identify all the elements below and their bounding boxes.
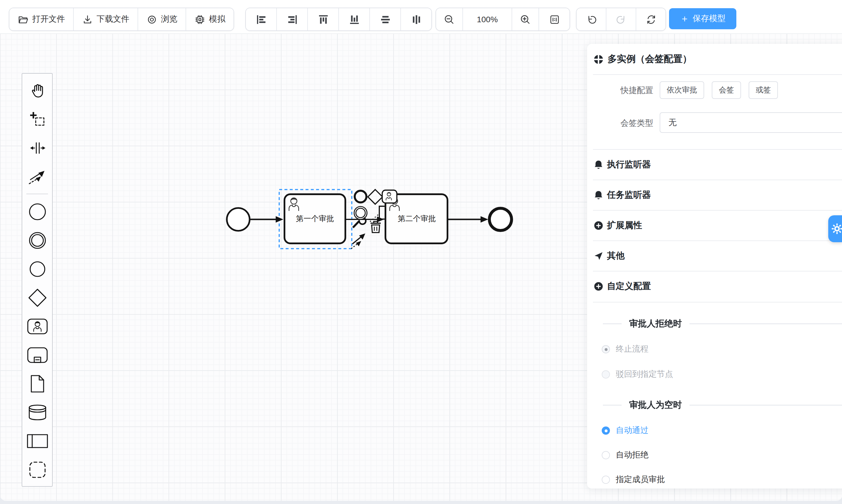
palette (22, 73, 53, 487)
align-center-vertical-button[interactable] (401, 8, 432, 31)
reset-button[interactable] (636, 8, 666, 31)
radio-assign-member[interactable]: 指定成员审批 (602, 474, 665, 486)
save-model-button[interactable]: ＋ 保存模型 (669, 8, 736, 29)
radio-selected-icon (602, 427, 610, 435)
plus-circle-icon (594, 281, 603, 291)
download-icon (82, 14, 93, 25)
fit-viewport-icon (549, 14, 560, 25)
space-tool-icon (29, 139, 46, 157)
start-event-icon (27, 201, 47, 221)
append-intermediate-event-icon[interactable] (354, 206, 367, 219)
zoom-out-icon (444, 14, 455, 25)
radio-unselected-icon (602, 475, 610, 484)
empty-section-title: 审批人为空时 (629, 399, 682, 410)
radio-auto-reject[interactable]: 自动拒绝 (602, 449, 649, 461)
quick-config-options: 依次审批 会签 或签 (660, 81, 786, 99)
settings-tab[interactable] (828, 215, 842, 242)
toolbar: 打开文件 下载文件 浏览 模 (0, 0, 842, 34)
radio-terminate-process[interactable]: 终止流程 (602, 343, 649, 355)
align-left-button[interactable] (246, 8, 277, 31)
open-file-button[interactable]: 打开文件 (10, 8, 74, 31)
connect-tool-icon[interactable] (351, 233, 365, 249)
section-custom-config[interactable]: 自定义配置 (594, 271, 842, 301)
align-toolbar-group (245, 7, 432, 31)
redo-button[interactable] (607, 8, 636, 31)
align-right-button[interactable] (277, 8, 308, 31)
lasso-tool[interactable] (24, 106, 51, 132)
group-icon (28, 460, 47, 479)
user-task-shape-1[interactable]: 第一个审批 (284, 194, 345, 244)
simulate-button[interactable]: 模拟 (186, 8, 233, 31)
undo-button[interactable] (577, 8, 607, 31)
create-gateway[interactable] (24, 284, 51, 311)
create-group[interactable] (24, 456, 51, 483)
undo-icon (585, 14, 597, 25)
hand-tool[interactable] (24, 77, 51, 104)
gateway-icon (27, 287, 48, 308)
hand-tool-icon (29, 82, 46, 99)
create-end-event[interactable] (24, 255, 51, 282)
create-start-event[interactable] (24, 198, 51, 225)
section-execution-listener[interactable]: 执行监听器 (594, 149, 842, 180)
create-subprocess[interactable] (24, 341, 51, 368)
simulate-label: 模拟 (209, 14, 225, 24)
align-center-horizontal-icon (380, 14, 390, 24)
create-data-store[interactable] (24, 399, 51, 426)
task-label: 第一个审批 (296, 214, 334, 223)
subprocess-icon (27, 347, 48, 363)
trash-icon[interactable] (370, 221, 381, 233)
global-connect-tool[interactable] (24, 163, 51, 190)
fit-viewport-button[interactable] (539, 8, 569, 31)
data-object-icon (30, 374, 45, 393)
radio-auto-pass[interactable]: 自动通过 (602, 425, 649, 436)
quick-config-orsign-button[interactable]: 或签 (749, 81, 778, 99)
quick-config-countersign-button[interactable]: 会签 (712, 81, 741, 99)
plus-icon: ＋ (680, 14, 689, 23)
reset-icon (645, 14, 656, 25)
end-event-shape[interactable] (489, 208, 512, 231)
section-task-listener[interactable]: 任务监听器 (594, 180, 842, 210)
quick-config-sequential-button[interactable]: 依次审批 (660, 81, 704, 99)
sign-type-select[interactable]: 无 (660, 112, 842, 133)
preview-button[interactable]: 浏览 (138, 8, 186, 31)
section-extended-attributes[interactable]: 扩展属性 (594, 210, 842, 240)
append-end-event-icon[interactable] (355, 191, 366, 202)
end-event-icon (27, 259, 47, 279)
history-toolbar-group (576, 7, 666, 31)
eye-icon (146, 14, 157, 25)
open-file-label: 打开文件 (32, 14, 65, 24)
radio-return-to-node[interactable]: 驳回到指定节点 (602, 368, 673, 380)
download-file-button[interactable]: 下载文件 (74, 8, 138, 31)
radio-unselected-disabled-icon (602, 370, 610, 379)
participant-icon (26, 433, 48, 448)
create-data-object[interactable] (24, 370, 51, 397)
start-event-shape[interactable] (227, 208, 250, 231)
zoom-in-icon (520, 14, 531, 25)
sign-type-label: 会签类型 (589, 118, 653, 129)
properties-panel: 多实例（会签配置） 快捷配置 依次审批 会签 或签 会签类型 无 执行监听器 (587, 44, 842, 488)
data-store-icon (27, 403, 47, 421)
append-user-task-icon[interactable] (382, 190, 397, 203)
align-right-icon (287, 14, 297, 24)
append-gateway-icon[interactable] (368, 190, 383, 204)
align-bottom-icon (349, 14, 359, 24)
page-bottom-strip (0, 501, 842, 504)
align-center-vertical-icon (411, 14, 421, 24)
zoom-out-button[interactable] (436, 8, 463, 31)
create-participant[interactable] (24, 427, 51, 454)
preview-label: 浏览 (161, 14, 177, 24)
zoom-in-button[interactable] (512, 8, 539, 31)
task-label: 第二个审批 (398, 214, 436, 223)
align-bottom-button[interactable] (339, 8, 370, 31)
empty-section-divider: 审批人为空时 (603, 399, 842, 411)
send-icon (594, 251, 603, 260)
intermediate-event-icon (27, 230, 47, 250)
space-tool[interactable] (24, 134, 51, 161)
create-intermediate-event[interactable] (24, 227, 51, 254)
align-top-button[interactable] (308, 8, 339, 31)
bell-icon (594, 159, 603, 169)
align-center-horizontal-button[interactable] (370, 8, 401, 31)
user-task-icon (27, 318, 48, 334)
create-user-task[interactable] (24, 313, 51, 340)
section-other[interactable]: 其他 (594, 240, 842, 271)
